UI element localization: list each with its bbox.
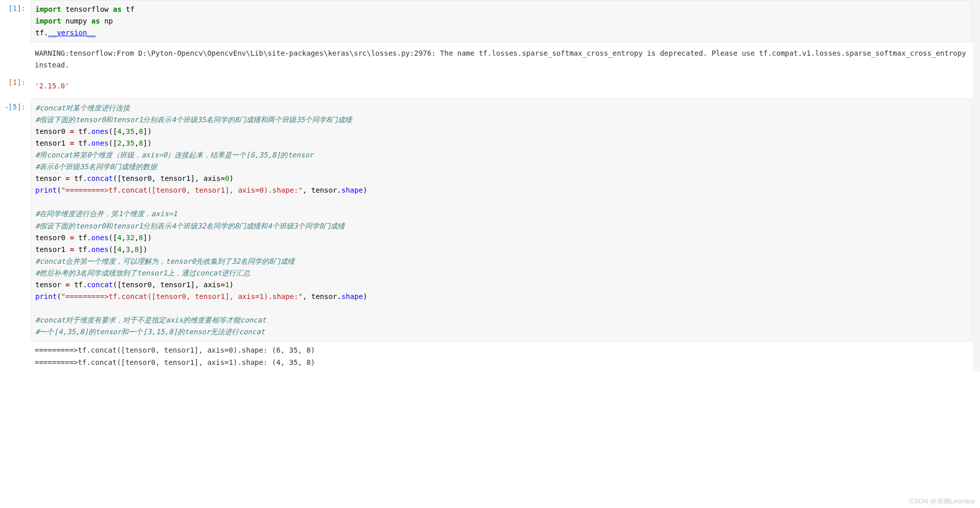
- code-line: #concat合并第一个维度，可以理解为，tensor0先收集到了32名同学的8…: [35, 256, 968, 267]
- br: ]): [143, 127, 152, 135]
- op: =: [70, 234, 74, 242]
- code-line: #假设下面的tensor0和tensor1分别表示4个班级32名同学的8门成绩和…: [35, 220, 968, 232]
- code-line: tensor = tf.concat([tensor0, tensor1], a…: [35, 279, 968, 291]
- attr: shape: [341, 186, 363, 194]
- code-cell-5[interactable]: •[5]: #concat对某个维度进行连接 #假设下面的tensor0和ten…: [0, 99, 973, 342]
- keyword-import: import: [35, 17, 61, 25]
- code-line: tensor0 = tf.ones([4,35,8]): [35, 126, 968, 137]
- obj: tf.: [74, 139, 92, 147]
- comment: #concat对于维度有要求，对于不是指定axis的维度要相等才能concat: [35, 316, 266, 324]
- op: =: [70, 139, 74, 147]
- comma: ,: [122, 234, 126, 242]
- num: 4: [117, 234, 121, 242]
- br: ]): [139, 245, 147, 253]
- br: ]): [143, 139, 152, 147]
- br: ): [229, 281, 233, 289]
- output-content: WARNING:tensorflow:From D:\Pyton-Opencv\…: [31, 42, 973, 74]
- br: ): [229, 174, 233, 182]
- obj: tf.: [70, 174, 87, 182]
- var: tensor1: [35, 139, 70, 147]
- var: tensor: [35, 281, 65, 289]
- comment: #用concat将第0个维度（班级，axis=0）连接起来，结果是一个[6,35…: [35, 151, 314, 159]
- br: ): [363, 292, 367, 301]
- fn: print: [35, 186, 57, 194]
- keyword-as: as: [92, 17, 100, 25]
- notebook-container: [1]: import tensorflow as tf import nump…: [0, 0, 973, 372]
- code-line: tensor0 = tf.ones([4,32,8]): [35, 232, 968, 244]
- comment: #concat合并第一个维度，可以理解为，tensor0先收集到了32名同学的8…: [35, 257, 295, 265]
- var: tensor1: [35, 245, 70, 253]
- code-line-blank: [35, 303, 968, 314]
- attr: shape: [341, 292, 363, 301]
- br: ]): [143, 234, 152, 242]
- num: 35: [126, 139, 135, 147]
- fn: ones: [92, 127, 109, 135]
- fn: print: [35, 292, 57, 301]
- br: ([: [108, 127, 117, 135]
- obj: tf.: [74, 234, 92, 242]
- comma: ,: [122, 127, 126, 135]
- str: "=========>tf.concat([tensor0, tensor1],…: [61, 292, 303, 301]
- num: 2: [117, 139, 121, 147]
- alias-name: np: [100, 17, 113, 25]
- comma: ,: [130, 245, 134, 253]
- num: 32: [126, 234, 135, 242]
- alias-name: tf: [122, 5, 135, 13]
- output-line: =========>tf.concat([tensor0, tensor1], …: [35, 344, 969, 356]
- code-cell-1[interactable]: [1]: import tensorflow as tf import nump…: [0, 0, 973, 42]
- comment: #concat对某个维度进行连接: [35, 104, 130, 112]
- code-line: import numpy as np: [35, 15, 968, 27]
- output-line: =========>tf.concat([tensor0, tensor1], …: [35, 357, 969, 368]
- comma: ,: [122, 139, 126, 147]
- code-content-1[interactable]: import tensorflow as tf import numpy as …: [31, 0, 973, 42]
- comment: #然后补考的3名同学成绩放到了tensor1上，通过concat进行汇总: [35, 269, 250, 277]
- obj: tf.: [74, 127, 92, 135]
- op: =: [70, 245, 74, 253]
- num: 4: [117, 245, 121, 253]
- warning-text: WARNING:tensorflow:From D:\Pyton-Opencv\…: [35, 48, 969, 71]
- args: ([tensor0, tensor1], axis: [113, 281, 221, 289]
- br: ([: [108, 245, 117, 253]
- comma: ,: [122, 245, 126, 253]
- prompt-text: [5]:: [8, 103, 26, 111]
- num: 8: [139, 234, 143, 242]
- br: ([: [108, 139, 117, 147]
- op: =: [220, 174, 225, 182]
- output-content: '2.15.0': [31, 74, 973, 98]
- code-line: #一个[4,35,8]的tensor和一个[3,15,8]的tensor无法进行…: [35, 326, 968, 338]
- var: tensor0: [35, 127, 70, 135]
- output-cell-1-result: [1]: '2.15.0': [0, 74, 973, 98]
- var: tensor0: [35, 234, 70, 242]
- br: ([: [108, 234, 117, 242]
- op: =: [220, 281, 225, 289]
- result-value: '2.15.0': [35, 80, 969, 92]
- obj: tf.: [74, 245, 92, 253]
- code-line: #表示6个班级35名同学8门成绩的数据: [35, 161, 968, 173]
- code-line: #concat对于维度有要求，对于不是指定axis的维度要相等才能concat: [35, 314, 968, 326]
- str: "=========>tf.concat([tensor0, tensor1],…: [61, 186, 303, 194]
- scrollbar-gap: [973, 0, 980, 372]
- notebook-main: [1]: import tensorflow as tf import nump…: [0, 0, 980, 372]
- num: 8: [139, 127, 143, 135]
- prompt-in-5: •[5]:: [0, 99, 31, 115]
- br: ): [363, 186, 367, 194]
- code-line: tensor1 = tf.ones([2,35,8]): [35, 137, 968, 149]
- op: =: [70, 127, 74, 135]
- comment: #假设下面的tensor0和tensor1分别表示4个班级35名同学的8门成绩和…: [35, 116, 352, 124]
- fn: concat: [87, 174, 113, 182]
- code-content-5[interactable]: #concat对某个维度进行连接 #假设下面的tensor0和tensor1分别…: [31, 99, 973, 342]
- fn: ones: [92, 245, 109, 253]
- keyword-import: import: [35, 5, 61, 13]
- keyword-as: as: [113, 5, 122, 13]
- obj: tf.: [70, 281, 87, 289]
- object-ref: tf.: [35, 29, 48, 37]
- output-cell-5: =========>tf.concat([tensor0, tensor1], …: [0, 341, 973, 371]
- code-line: print("=========>tf.concat([tensor0, ten…: [35, 291, 968, 303]
- code-line: #concat对某个维度进行连接: [35, 102, 968, 114]
- fn: ones: [92, 234, 109, 242]
- args: , tensor.: [303, 186, 342, 194]
- args: , tensor.: [303, 292, 342, 301]
- code-line: tensor1 = tf.ones([4,3,8]): [35, 244, 968, 256]
- comment: #表示6个班级35名同学8门成绩的数据: [35, 163, 157, 171]
- code-line: tensor = tf.concat([tensor0, tensor1], a…: [35, 173, 968, 184]
